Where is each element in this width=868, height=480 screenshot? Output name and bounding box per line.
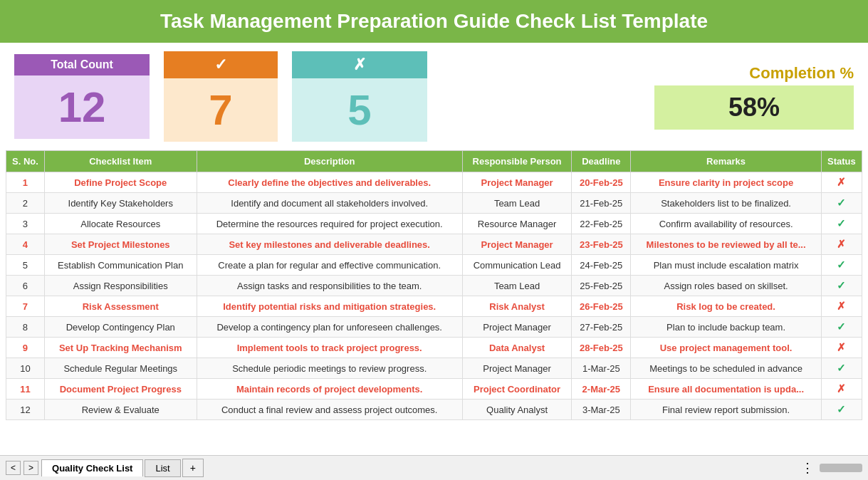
nav-prev-button[interactable]: < [6,461,21,475]
cross-label: ✗ [292,51,427,78]
col-header-remarks: Remarks [631,151,821,172]
cell-person: Data Analyst [462,338,571,358]
cell-status: ✓ [821,276,862,296]
cross-count-box: ✗ 5 [292,51,427,142]
cell-no: 10 [6,358,45,379]
check-value: 7 [164,78,278,142]
cell-no: 4 [6,234,45,255]
cell-item: Risk Assessment [44,296,197,317]
cell-remarks: Milestones to be reviewed by all te... [631,234,821,255]
cell-status: ✗ [821,296,862,317]
cell-description: Clearly define the objectives and delive… [197,172,462,193]
tab-list[interactable]: List [145,459,180,477]
cell-no: 3 [6,214,45,234]
cell-no: 5 [6,255,45,276]
nav-next-button[interactable]: > [23,461,38,475]
table-row: 3 Allocate Resources Determine the resou… [6,214,862,234]
col-header-no: S. No. [6,151,45,172]
cell-remarks: Plan must include escalation matrix [631,255,821,276]
cell-remarks: Confirm availability of resources. [631,214,821,234]
cell-no: 12 [6,400,45,420]
cell-status: ✓ [821,400,862,420]
page-header: Task Management Preparation Guide Check … [0,0,868,43]
cell-description: Create a plan for regular and effective … [197,255,462,276]
cell-person: Project Manager [462,317,571,338]
cell-description: Schedule periodic meetings to review pro… [197,358,462,379]
tab-quality-check-list[interactable]: Quality Check List [41,459,143,476]
table-row: 11 Document Project Progress Maintain re… [6,379,862,400]
more-options-icon[interactable]: ⋮ [801,460,814,476]
cell-person: Risk Analyst [462,296,571,317]
cell-deadline: 3-Mar-25 [572,400,631,420]
table-row: 5 Establish Communication Plan Create a … [6,255,862,276]
total-count-value: 12 [14,75,150,139]
table-container: S. No. Checklist Item Description Respon… [0,150,868,420]
cell-deadline: 24-Feb-25 [572,255,631,276]
table-row: 7 Risk Assessment Identify potential ris… [6,296,862,317]
header-title: Task Management Preparation Guide Check … [160,10,708,32]
cell-deadline: 26-Feb-25 [572,296,631,317]
cell-remarks: Use project management tool. [631,338,821,358]
cell-item: Establish Communication Plan [44,255,197,276]
cell-remarks: Ensure all documentation is upda... [631,379,821,400]
cell-person: Project Manager [462,358,571,379]
cell-status: ✓ [821,193,862,214]
cell-item: Develop Contingency Plan [44,317,197,338]
cell-status: ✗ [821,338,862,358]
cell-no: 11 [6,379,45,400]
table-row: 6 Assign Responsibilities Assign tasks a… [6,276,862,296]
cell-item: Document Project Progress [44,379,197,400]
cell-remarks: Assign roles based on skillset. [631,276,821,296]
cell-remarks: Stakeholders list to be finalized. [631,193,821,214]
cell-no: 1 [6,172,45,193]
col-header-status: Status [821,151,862,172]
cell-description: Set key milestones and deliverable deadl… [197,234,462,255]
table-row: 9 Set Up Tracking Mechanism Implement to… [6,338,862,358]
cell-item: Set Project Milestones [44,234,197,255]
cell-no: 2 [6,193,45,214]
cell-remarks: Ensure clarity in project scope [631,172,821,193]
cell-item: Identify Key Stakeholders [44,193,197,214]
cell-person: Project Manager [462,172,571,193]
cell-item: Define Project Scope [44,172,197,193]
stats-row: Total Count 12 ✓ 7 ✗ 5 Completion % 58% [0,43,868,150]
cell-status: ✓ [821,358,862,379]
cell-person: Quality Analyst [462,400,571,420]
cell-deadline: 22-Feb-25 [572,214,631,234]
completion-box: Completion % 58% [654,64,854,130]
cell-deadline: 2-Mar-25 [572,379,631,400]
col-header-person: Responsible Person [462,151,571,172]
col-header-item: Checklist Item [44,151,197,172]
cell-person: Resource Manager [462,214,571,234]
completion-value: 58% [654,85,854,130]
add-tab-button[interactable]: + [182,459,204,477]
cell-item: Set Up Tracking Mechanism [44,338,197,358]
table-row: 10 Schedule Regular Meetings Schedule pe… [6,358,862,379]
cell-remarks: Final review report submission. [631,400,821,420]
cell-person: Project Manager [462,234,571,255]
cell-no: 6 [6,276,45,296]
checklist-table: S. No. Checklist Item Description Respon… [6,150,862,420]
table-row: 4 Set Project Milestones Set key milesto… [6,234,862,255]
cell-deadline: 20-Feb-25 [572,172,631,193]
cell-deadline: 1-Mar-25 [572,358,631,379]
cell-description: Develop a contingency plan for unforesee… [197,317,462,338]
cell-no: 9 [6,338,45,358]
cell-status: ✓ [821,317,862,338]
col-header-deadline: Deadline [572,151,631,172]
cell-no: 8 [6,317,45,338]
footer-right: ⋮ [801,460,862,476]
cell-status: ✗ [821,379,862,400]
footer-tabs: < > Quality Check List List + ⋮ [0,455,868,480]
cell-remarks: Plan to include backup team. [631,317,821,338]
cell-item: Assign Responsibilities [44,276,197,296]
cross-value: 5 [292,78,427,142]
cell-item: Review & Evaluate [44,400,197,420]
check-count-box: ✓ 7 [164,51,278,142]
cell-status: ✗ [821,234,862,255]
cell-remarks: Risk log to be created. [631,296,821,317]
cell-description: Implement tools to track project progres… [197,338,462,358]
cell-deadline: 23-Feb-25 [572,234,631,255]
cell-description: Assign tasks and responsibilities to the… [197,276,462,296]
cell-person: Team Lead [462,276,571,296]
